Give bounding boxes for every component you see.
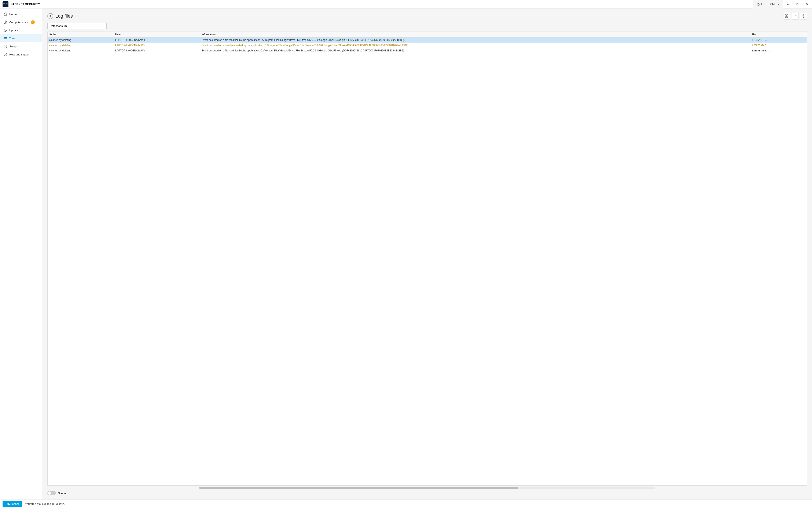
svg-rect-5 <box>6 4 8 4</box>
footer: Buy license Your free trial expires in 2… <box>0 500 812 508</box>
tools-icon <box>3 36 7 40</box>
col-information: Information <box>200 32 750 38</box>
eset-home-label: ESET HOME <box>761 3 776 6</box>
filtering-toggle[interactable] <box>47 491 56 495</box>
log-type-dropdown-wrap: Detections (3) Blocked files Firewall HI… <box>47 23 807 29</box>
page-title: Log files <box>55 13 73 19</box>
svg-rect-26 <box>795 17 797 17</box>
app-brand-label: INTERNET SECURITY <box>10 3 40 6</box>
list-view-button[interactable] <box>792 13 799 19</box>
chevron-down-icon <box>777 4 779 5</box>
svg-point-23 <box>794 17 795 17</box>
sidebar-help-label: Help and support <box>9 53 30 56</box>
minimize-button[interactable]: – <box>783 0 793 8</box>
svg-rect-24 <box>795 15 797 15</box>
page-header: Log files <box>47 13 807 19</box>
sidebar: Home Computer scan 1 Update Tools <box>0 8 42 500</box>
help-icon: ? <box>3 52 7 56</box>
col-hash: Hash <box>750 32 807 38</box>
titlebar-right: ESET HOME – □ ✕ <box>753 0 812 8</box>
svg-rect-17 <box>785 14 786 16</box>
filtering-label: Filtering <box>57 492 67 495</box>
sidebar-item-update[interactable]: Update <box>0 26 42 34</box>
table-row[interactable]: cleaned by deletingLAPTOP-LN0G3NA1\oWoEv… <box>48 48 807 53</box>
help-circle-icon: ? <box>802 14 805 18</box>
svg-text:?: ? <box>5 53 6 56</box>
page-header-actions: ? <box>783 13 807 19</box>
trial-text: Your free trial expires in 23 days. <box>25 502 65 505</box>
sidebar-item-tools[interactable]: Tools <box>0 34 42 42</box>
sidebar-item-computer-scan[interactable]: Computer scan 1 <box>0 18 42 26</box>
col-action: Action <box>48 32 113 38</box>
svg-rect-11 <box>4 38 7 39</box>
table-header: Action User Information Hash <box>48 32 807 38</box>
main-layout: Home Computer scan 1 Update Tools <box>0 8 812 500</box>
svg-rect-6 <box>6 5 8 5</box>
sidebar-item-help-support[interactable]: ? Help and support <box>0 50 42 58</box>
sidebar-scan-label: Computer scan <box>9 21 28 24</box>
cell-user: LAPTOP-LN0G3NA1\oWo <box>113 48 200 53</box>
eset-logo-icon <box>3 1 8 7</box>
col-user: User <box>113 32 200 38</box>
maximize-button[interactable]: □ <box>793 0 802 8</box>
close-button[interactable]: ✕ <box>802 0 812 8</box>
titlebar: INTERNET SECURITY ESET HOME – □ ✕ <box>0 0 812 8</box>
titlebar-left: INTERNET SECURITY <box>3 1 40 7</box>
svg-rect-13 <box>4 39 7 39</box>
cell-information: Event occurred on a new file created by … <box>200 43 750 48</box>
power-icon <box>757 3 760 6</box>
log-type-dropdown[interactable]: Detections (3) Blocked files Firewall HI… <box>47 23 107 29</box>
sidebar-setup-label: Setup <box>9 45 16 48</box>
cell-hash: D19355C5... <box>750 38 807 43</box>
svg-rect-2 <box>3 4 5 4</box>
scan-badge: 1 <box>31 20 35 24</box>
sidebar-tools-label: Tools <box>9 37 16 40</box>
svg-rect-9 <box>4 14 6 16</box>
update-icon <box>3 28 7 32</box>
eset-home-button[interactable]: ESET HOME <box>753 0 783 8</box>
svg-rect-4 <box>6 3 8 3</box>
svg-rect-19 <box>785 16 786 17</box>
cell-hash: 6FDEE551CC... <box>750 43 807 48</box>
log-table-container[interactable]: Action User Information Hash cleaned by … <box>47 32 807 485</box>
buy-license-button[interactable]: Buy license <box>3 501 22 507</box>
grid-icon <box>785 14 788 18</box>
window-controls: – □ ✕ <box>783 0 812 8</box>
svg-text:?: ? <box>803 15 804 17</box>
table-row[interactable]: cleaned by deletingLAPTOP-LN0G3NA1\oWoEv… <box>48 38 807 43</box>
setup-icon <box>3 44 7 48</box>
grid-view-button[interactable] <box>783 13 790 19</box>
cell-user: LAPTOP-LN0G3NA1\oWo <box>113 43 200 48</box>
eset-logo: INTERNET SECURITY <box>3 1 40 7</box>
log-table: Action User Information Hash cleaned by … <box>48 32 807 53</box>
svg-point-14 <box>5 46 6 47</box>
cell-action: cleaned by deleting <box>48 48 113 53</box>
svg-rect-1 <box>3 3 5 3</box>
svg-rect-25 <box>795 16 797 16</box>
horizontal-scrollbar[interactable] <box>199 487 655 489</box>
sidebar-home-label: Home <box>9 13 17 16</box>
svg-rect-20 <box>787 16 788 17</box>
table-row[interactable]: cleaned by deletingLAPTOP-LN0G3NA1\oWoEv… <box>48 43 807 48</box>
cell-action: cleaned by deleting <box>48 43 113 48</box>
bottom-area: Filtering <box>47 489 807 495</box>
svg-point-21 <box>794 15 795 16</box>
cell-information: Event occurred on a file modified by the… <box>200 48 750 53</box>
svg-rect-18 <box>787 14 788 16</box>
filtering-toggle-wrap: Filtering <box>47 491 67 495</box>
table-body: cleaned by deletingLAPTOP-LN0G3NA1\oWoEv… <box>48 38 807 53</box>
help-button[interactable]: ? <box>800 13 807 19</box>
cell-hash: BA8F7E57E8... <box>750 48 807 53</box>
page-header-left: Log files <box>47 13 73 19</box>
back-arrow-icon <box>49 15 52 17</box>
cell-user: LAPTOP-LN0G3NA1\oWo <box>113 38 200 43</box>
cell-information: Event occurred on a file modified by the… <box>200 38 750 43</box>
sidebar-item-home[interactable]: Home <box>0 10 42 18</box>
svg-point-22 <box>794 16 795 16</box>
svg-rect-12 <box>4 37 7 38</box>
svg-rect-3 <box>3 5 5 5</box>
sidebar-item-setup[interactable]: Setup <box>0 42 42 50</box>
back-button[interactable] <box>47 13 53 19</box>
content-area: Log files <box>42 8 812 500</box>
home-icon <box>3 12 7 16</box>
